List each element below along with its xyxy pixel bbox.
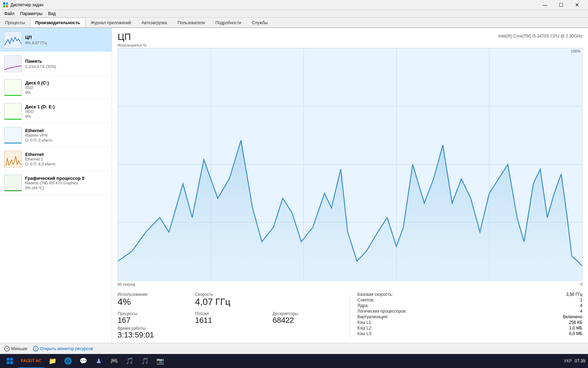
cores-value: 4 xyxy=(580,303,582,308)
close-button[interactable]: ✕ xyxy=(569,0,585,10)
eth1-name: Ethernet xyxy=(25,128,107,133)
cpu-chart-svg xyxy=(118,48,582,280)
cachel3-value: 6,0 МБ xyxy=(569,331,582,336)
cachel2-value: 1,0 МБ xyxy=(569,326,582,330)
processes-value: 167 xyxy=(118,316,188,325)
stats-grid-top: Использование 4% Скорость 4,07 ГГц xyxy=(118,292,343,309)
usage-label: Используется % xyxy=(118,43,582,47)
usage-stat-value: 4% xyxy=(118,297,188,307)
menu-bar: Файл Параметры Вид xyxy=(0,10,588,18)
minimize-button[interactable]: — xyxy=(537,0,553,10)
descriptors-value: 68422 xyxy=(273,316,343,325)
disk1-thumbnail xyxy=(4,103,22,120)
stats-section: Использование 4% Скорость 4,07 ГГц Проце… xyxy=(118,292,582,339)
taskbar-app-steam[interactable]: ♟ xyxy=(92,354,106,368)
tab-startup[interactable]: Автозагрузка xyxy=(136,18,172,27)
uptime-value: 3:13:59:01 xyxy=(118,331,343,339)
right-panel: ЦП Intel(R) Core(TM) i5-3470S CPU @ 2.90… xyxy=(112,28,588,343)
speed-stat-label: Скорость xyxy=(195,292,265,297)
threads-value: 1611 xyxy=(195,316,265,325)
taskbar-app-browser[interactable]: 🌐 xyxy=(61,354,75,368)
menu-file[interactable]: Файл xyxy=(1,11,18,17)
cpu-stat: 4% 4,07 ГГц xyxy=(25,41,107,45)
speed-stat-value: 4,07 ГГц xyxy=(195,297,265,307)
sidebar-item-disk0[interactable]: Диск 0 (C:) SSD 0% xyxy=(0,76,112,100)
tab-app-history[interactable]: Журнал приложений xyxy=(85,18,136,27)
less-button[interactable]: Меньше xyxy=(4,346,27,352)
svg-rect-2 xyxy=(3,5,5,7)
chart-labels-row: 60 секунд 0 xyxy=(118,281,582,286)
taskbar-app-chat[interactable]: 💬 xyxy=(76,354,90,368)
taskbar-app-music2[interactable]: 🎵 xyxy=(138,354,152,368)
taskbar-app-explorer[interactable]: 📁 xyxy=(46,354,59,368)
monitor-label: Открыть монитор ресурсов xyxy=(40,346,93,351)
cpu-name: ЦП xyxy=(25,35,107,40)
title-bar-left: Диспетчер задач xyxy=(3,2,43,8)
disk0-thumbnail xyxy=(4,79,22,96)
taskbar-left: FACEIT AC 📁 🌐 💬 ♟ 🎮 🎵 🎵 📷 xyxy=(3,354,167,368)
stats-right: Базовая скорость: 3,50 ГГц Сокетов: 1 Яд… xyxy=(350,292,582,339)
uptime-row: Время работы 3:13:59:01 xyxy=(118,326,343,339)
eth1-stat: О: 0 П: 0 кбит/с xyxy=(25,138,107,142)
main-content: ЦП 4% 4,07 ГГц Память 5,1/16,0 ГБ (32%) xyxy=(0,28,588,343)
maximize-button[interactable]: ☐ xyxy=(553,0,569,10)
taskbar-app-camera[interactable]: 📷 xyxy=(153,354,167,368)
svg-marker-15 xyxy=(118,140,582,280)
taskbar-app-game[interactable]: 🎮 xyxy=(107,354,121,368)
logicalproc-label: Логических процессоров: xyxy=(357,309,407,314)
menu-view[interactable]: Вид xyxy=(45,11,58,17)
svg-rect-21 xyxy=(10,358,13,361)
monitor-icon: i xyxy=(33,346,38,352)
memory-info: Память 5,1/16,0 ГБ (32%) xyxy=(25,59,107,69)
descriptors-label: Дескрипторы xyxy=(273,311,343,316)
taskbar-app-faceit[interactable]: FACEIT AC xyxy=(18,354,44,368)
sidebar-item-eth2[interactable]: Ethernet Ethernet 2 О: 0 П: 8,0 кбит/с xyxy=(0,147,112,171)
title-bar-controls: — ☐ ✕ xyxy=(537,0,585,10)
tab-users[interactable]: Пользователи xyxy=(172,18,210,27)
usage-stat: Использование 4% xyxy=(118,292,188,307)
svg-rect-23 xyxy=(10,361,13,364)
svg-rect-4 xyxy=(5,95,22,96)
sidebar-item-gpu[interactable]: Графический процессор 0 Radeon (TM) RX 4… xyxy=(0,171,112,195)
title-bar-text: Диспетчер задач xyxy=(10,2,43,7)
start-button[interactable] xyxy=(3,354,17,368)
disk1-name: Диск 1 (D: E:) xyxy=(25,104,107,109)
logicalproc-row: Логических процессоров: 4 xyxy=(357,309,582,314)
gpu-info: Графический процессор 0 Radeon (TM) RX 4… xyxy=(25,176,107,190)
tab-performance[interactable]: Производительность xyxy=(30,18,85,27)
disk0-stat: 0% xyxy=(25,90,107,95)
sidebar-item-disk1[interactable]: Диск 1 (D: E:) HDD 0% xyxy=(0,100,112,123)
menu-options[interactable]: Параметры xyxy=(18,11,46,17)
usage-stat-label: Использование xyxy=(118,292,188,297)
cpu-chart: 100% xyxy=(118,48,582,281)
sidebar-item-eth1[interactable]: Ethernet Radmin VPN О: 0 П: 0 кбит/с xyxy=(0,123,112,147)
cachel3-label: Кэш L3: xyxy=(357,331,372,336)
svg-rect-7 xyxy=(5,190,22,191)
title-bar: Диспетчер задач — ☐ ✕ xyxy=(0,0,588,10)
speed-stat: Скорость 4,07 ГГц xyxy=(195,292,265,307)
svg-rect-22 xyxy=(7,361,9,364)
bottom-bar: Меньше i Открыть монитор ресурсов xyxy=(0,343,588,354)
taskbar-app-music1[interactable]: 🎵 xyxy=(122,354,136,368)
memory-name: Память xyxy=(25,59,107,64)
cachel1-value: 256 КБ xyxy=(569,320,582,325)
monitor-button[interactable]: i Открыть монитор ресурсов xyxy=(33,346,93,352)
sidebar-item-cpu[interactable]: ЦП 4% 4,07 ГГц xyxy=(0,28,112,52)
chart-zero-label: 0 xyxy=(580,282,582,286)
cachel3-row: Кэш L3: 6,0 МБ xyxy=(357,331,582,336)
gpu-thumbnail xyxy=(4,175,22,191)
sockets-label: Сокетов: xyxy=(357,298,374,302)
panel-title: ЦП xyxy=(118,32,131,42)
disk1-info: Диск 1 (D: E:) HDD 0% xyxy=(25,104,107,118)
sidebar-item-memory[interactable]: Память 5,1/16,0 ГБ (32%) xyxy=(0,52,112,76)
svg-rect-20 xyxy=(7,358,9,361)
tab-bar: Процессы Производительность Журнал прило… xyxy=(0,18,588,28)
tab-details[interactable]: Подробности xyxy=(210,18,246,27)
svg-rect-1 xyxy=(6,2,8,5)
tab-processes[interactable]: Процессы xyxy=(0,18,30,27)
taskbar-time: 07:39 xyxy=(575,359,585,363)
tab-services[interactable]: Службы xyxy=(246,18,273,27)
eth2-stat: О: 0 П: 8,0 кбит/с xyxy=(25,162,107,166)
svg-rect-5 xyxy=(5,119,22,120)
uptime-label: Время работы xyxy=(118,326,343,331)
